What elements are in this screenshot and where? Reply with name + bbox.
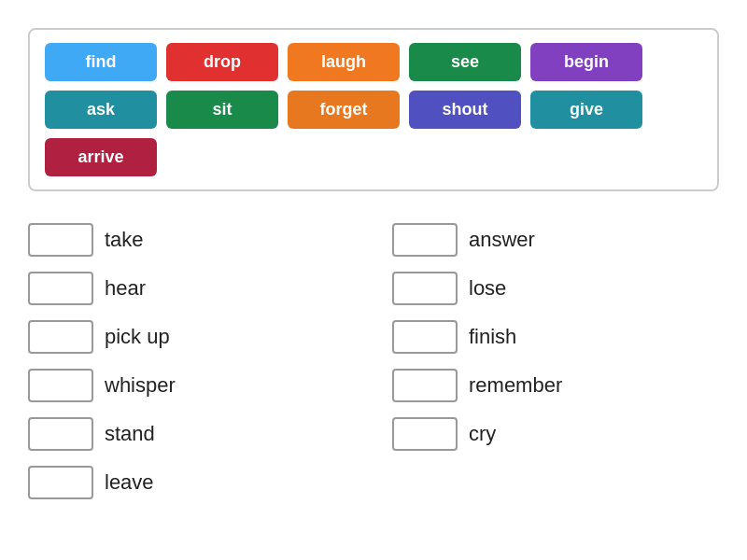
answer-box[interactable] bbox=[392, 272, 458, 305]
word-label: hear bbox=[105, 276, 146, 301]
match-area: takehearpick upwhisperstandleave answerl… bbox=[28, 217, 719, 505]
answer-box[interactable] bbox=[28, 466, 93, 499]
word-label: finish bbox=[469, 325, 516, 349]
answer-box[interactable] bbox=[28, 272, 93, 305]
word-chip-find[interactable]: find bbox=[45, 43, 157, 81]
left-column: takehearpick upwhisperstandleave bbox=[28, 217, 355, 505]
match-row: leave bbox=[28, 460, 355, 505]
word-chip-forget[interactable]: forget bbox=[288, 91, 400, 129]
word-chip-arrive[interactable]: arrive bbox=[45, 138, 157, 176]
answer-box[interactable] bbox=[392, 223, 458, 257]
match-row: pick up bbox=[28, 315, 355, 359]
right-column: answerlosefinishremembercry bbox=[392, 217, 719, 505]
word-label: remember bbox=[469, 373, 562, 398]
answer-box[interactable] bbox=[392, 320, 458, 354]
answer-box[interactable] bbox=[28, 320, 93, 354]
word-chip-ask[interactable]: ask bbox=[45, 91, 157, 129]
word-label: answer bbox=[469, 228, 535, 252]
word-chip-begin[interactable]: begin bbox=[530, 43, 642, 81]
match-row: answer bbox=[392, 217, 719, 262]
word-chip-sit[interactable]: sit bbox=[166, 91, 278, 129]
word-label: lose bbox=[469, 276, 506, 301]
match-row: cry bbox=[392, 412, 719, 456]
word-chip-shout[interactable]: shout bbox=[409, 91, 521, 129]
match-row: take bbox=[28, 217, 355, 262]
answer-box[interactable] bbox=[28, 223, 93, 257]
word-label: cry bbox=[469, 422, 496, 446]
answer-box[interactable] bbox=[28, 369, 93, 402]
match-row: finish bbox=[392, 315, 719, 359]
word-label: pick up bbox=[105, 325, 170, 349]
word-label: leave bbox=[105, 470, 154, 495]
answer-box[interactable] bbox=[28, 417, 93, 451]
word-chip-give[interactable]: give bbox=[530, 91, 642, 129]
match-row: hear bbox=[28, 266, 355, 311]
word-bank: finddroplaughseebeginasksitforgetshoutgi… bbox=[28, 28, 719, 191]
answer-box[interactable] bbox=[392, 369, 458, 402]
word-chip-laugh[interactable]: laugh bbox=[288, 43, 400, 81]
word-label: whisper bbox=[105, 373, 176, 398]
match-row: lose bbox=[392, 266, 719, 311]
page-container: finddroplaughseebeginasksitforgetshoutgi… bbox=[19, 19, 728, 514]
word-label: take bbox=[105, 228, 144, 252]
word-label: stand bbox=[105, 422, 155, 446]
match-row: stand bbox=[28, 412, 355, 456]
match-row: whisper bbox=[28, 363, 355, 408]
word-chip-drop[interactable]: drop bbox=[166, 43, 278, 81]
match-row: remember bbox=[392, 363, 719, 408]
answer-box[interactable] bbox=[392, 417, 458, 451]
word-chip-see[interactable]: see bbox=[409, 43, 521, 81]
